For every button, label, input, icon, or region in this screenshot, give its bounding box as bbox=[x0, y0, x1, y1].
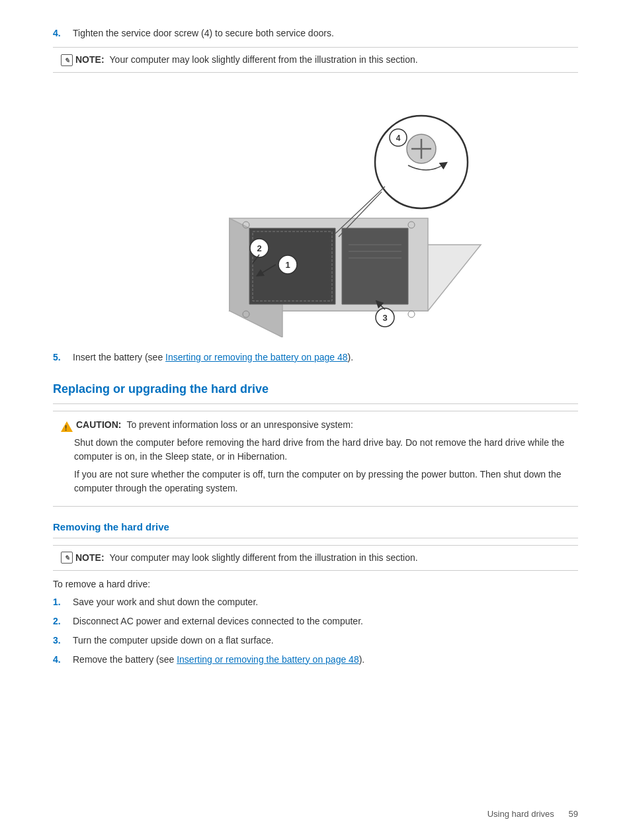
battery-link-5[interactable]: Inserting or removing the battery on pag… bbox=[165, 352, 348, 362]
caution-icon bbox=[61, 421, 73, 432]
footer-page-num: 59 bbox=[569, 809, 578, 819]
footer-text: Using hard drives bbox=[487, 809, 554, 819]
step-b1: 1. Save your work and shut down the comp… bbox=[53, 595, 578, 609]
caution-box: CAUTION: To prevent information loss or … bbox=[53, 411, 578, 507]
caution-label: CAUTION: bbox=[61, 418, 121, 432]
note-text-top: Your computer may look slightly differen… bbox=[110, 53, 418, 67]
laptop-illustration: 1 2 3 bbox=[137, 86, 494, 337]
note-box-top: ✎ NOTE: Your computer may look slightly … bbox=[53, 47, 578, 73]
step-num-4-top: 4. bbox=[53, 26, 73, 40]
svg-text:4: 4 bbox=[396, 134, 401, 143]
step-num-b1: 1. bbox=[53, 595, 73, 609]
note-label-top: ✎ NOTE: bbox=[61, 53, 105, 67]
page-footer: Using hard drives 59 bbox=[487, 808, 578, 821]
subsection-title: Removing the hard drive bbox=[53, 520, 578, 538]
intro-text: To remove a hard drive: bbox=[53, 577, 578, 591]
step-b3: 3. Turn the computer upside down on a fl… bbox=[53, 634, 578, 648]
caution-intro: To prevent information loss or an unresp… bbox=[126, 418, 353, 432]
note-label-bottom: ✎ NOTE: bbox=[61, 551, 105, 565]
step-text-5: Insert the battery (see Inserting or rem… bbox=[73, 351, 578, 364]
caution-header: CAUTION: To prevent information loss or … bbox=[61, 418, 570, 432]
battery-link-b4[interactable]: Inserting or removing the battery on pag… bbox=[177, 654, 359, 665]
step-b2: 2. Disconnect AC power and external devi… bbox=[53, 614, 578, 628]
step-4-top: 4. Tighten the service door screw (4) to… bbox=[53, 26, 578, 40]
svg-text:1: 1 bbox=[285, 260, 290, 270]
step-num-b2: 2. bbox=[53, 614, 73, 628]
step-num-5: 5. bbox=[53, 351, 73, 364]
svg-marker-4 bbox=[342, 228, 408, 304]
step-text-b2: Disconnect AC power and external devices… bbox=[73, 614, 578, 628]
step-text-b1: Save your work and shut down the compute… bbox=[73, 595, 578, 609]
note-box-bottom: ✎ NOTE: Your computer may look slightly … bbox=[53, 545, 578, 571]
step-text-b3: Turn the computer upside down on a flat … bbox=[73, 634, 578, 648]
svg-text:2: 2 bbox=[257, 243, 261, 253]
step-5: 5. Insert the battery (see Inserting or … bbox=[53, 351, 578, 364]
note-text-bottom: Your computer may look slightly differen… bbox=[110, 551, 418, 565]
step-num-b4: 4. bbox=[53, 653, 73, 667]
footer-page bbox=[556, 809, 566, 819]
step-num-b3: 3. bbox=[53, 634, 73, 648]
svg-text:3: 3 bbox=[382, 313, 387, 323]
caution-para1: Shut down the computer before removing t… bbox=[74, 436, 570, 464]
caution-para2: If you are not sure whether the computer… bbox=[74, 468, 570, 495]
svg-point-21 bbox=[408, 311, 415, 317]
note-icon-top: ✎ bbox=[61, 54, 73, 66]
step-b4: 4. Remove the battery (see Inserting or … bbox=[53, 653, 578, 667]
step-text-4-top: Tighten the service door screw (4) to se… bbox=[73, 26, 578, 40]
illustration-area: 1 2 3 bbox=[53, 86, 578, 337]
note-icon-bottom: ✎ bbox=[61, 552, 73, 564]
step-text-b4: Remove the battery (see Inserting or rem… bbox=[73, 653, 578, 667]
section-title: Replacing or upgrading the hard drive bbox=[53, 380, 578, 398]
